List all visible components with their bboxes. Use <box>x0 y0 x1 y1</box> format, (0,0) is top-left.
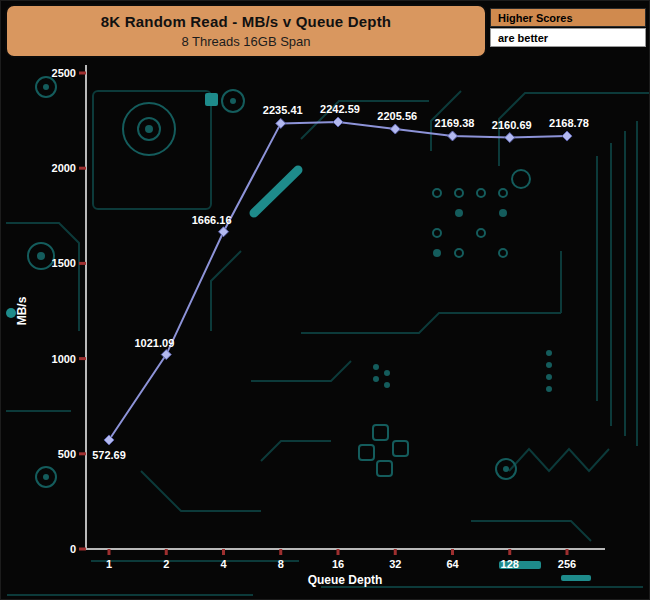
x-tick-label: 256 <box>558 558 576 570</box>
series-line <box>109 122 567 440</box>
data-point-label: 2168.78 <box>549 117 589 129</box>
x-tick-label: 128 <box>501 558 519 570</box>
data-point-label: 1666.16 <box>192 214 232 226</box>
data-point-label: 2205.56 <box>377 110 417 122</box>
x-tick-label: 2 <box>163 558 169 570</box>
data-point-marker <box>333 117 343 127</box>
data-point-marker <box>505 133 515 143</box>
data-point-label: 2242.59 <box>320 103 360 115</box>
data-point-marker <box>562 131 572 141</box>
chart-title: 8K Random Read - MB/s v Queue Depth <box>7 13 485 30</box>
y-tick-label: 500 <box>58 448 76 460</box>
chart-page: 050010001500200025001248163264128256Queu… <box>0 0 650 600</box>
y-axis-title: MB/s <box>15 296 29 325</box>
data-point-label: 2160.69 <box>492 119 532 131</box>
chart-title-box: 8K Random Read - MB/s v Queue Depth 8 Th… <box>5 4 487 58</box>
data-point-marker <box>390 124 400 134</box>
x-tick-label: 8 <box>278 558 284 570</box>
y-tick-label: 0 <box>70 543 76 555</box>
data-point-label: 2169.38 <box>435 117 475 129</box>
y-tick-label: 2500 <box>52 67 76 79</box>
data-point-marker <box>276 118 286 128</box>
are-better-label: are better <box>490 28 646 47</box>
y-tick-label: 1000 <box>52 353 76 365</box>
chart-subtitle: 8 Threads 16GB Span <box>7 34 485 49</box>
data-point-marker <box>448 131 458 141</box>
x-tick-label: 32 <box>389 558 401 570</box>
data-point-marker <box>219 227 229 237</box>
higher-scores-label: Higher Scores <box>490 8 646 27</box>
higher-scores-badge: Higher Scores are better <box>490 8 646 47</box>
y-tick-label: 2000 <box>52 162 76 174</box>
data-point-label: 1021.09 <box>134 337 174 349</box>
y-tick-label: 1500 <box>52 257 76 269</box>
x-tick-label: 64 <box>446 558 459 570</box>
x-tick-label: 16 <box>332 558 344 570</box>
x-axis-title: Queue Depth <box>308 573 383 587</box>
data-point-label: 572.69 <box>92 449 126 461</box>
data-point-label: 2235.41 <box>263 104 303 116</box>
line-chart: 050010001500200025001248163264128256Queu… <box>1 1 650 600</box>
x-tick-label: 1 <box>106 558 112 570</box>
x-tick-label: 4 <box>220 558 227 570</box>
